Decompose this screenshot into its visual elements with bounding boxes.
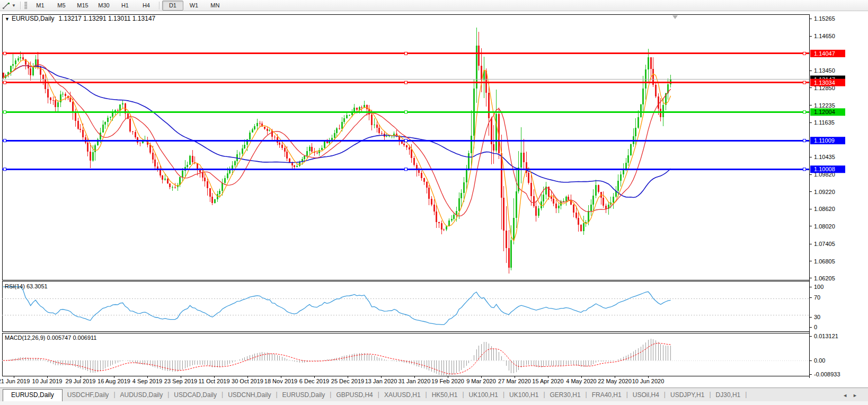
price-badge-label: 1.14047 — [814, 50, 835, 57]
date-axis-label: 13 Jan 2020 — [365, 378, 397, 384]
date-axis[interactable]: 21 Jun 201910 Jul 201929 Jul 201916 Aug … — [0, 376, 664, 384]
timeframe-button-m1[interactable]: M1 — [30, 1, 51, 11]
chart-tab-uk100-h1[interactable]: UK100,H1 — [464, 389, 503, 401]
crosshair-tool-icon — [2, 2, 10, 10]
tabs-scroll-right-icon[interactable]: ► — [853, 393, 863, 398]
date-axis-label: 6 Dec 2019 — [299, 378, 329, 384]
line-handle[interactable] — [405, 168, 408, 171]
chart-tab-eurusd-daily[interactable]: EURUSD,Daily — [3, 389, 63, 402]
rsi-axis-label: 100 — [814, 284, 823, 290]
line-handle[interactable] — [803, 139, 806, 142]
horizontal-line-1.14047[interactable] — [2, 52, 809, 55]
chart-tab-usoil-h4[interactable]: USOil,H4 — [628, 389, 664, 401]
price-axis-label: 1.06205 — [814, 275, 835, 281]
panel-frame — [3, 281, 810, 332]
rsi-axis-label: 30 — [814, 314, 820, 320]
date-axis-label: 9 Mar 2020 — [466, 378, 496, 384]
line-handle[interactable] — [405, 139, 408, 142]
candles — [3, 28, 672, 273]
chart-tab-usdchf-daily[interactable]: USDCHF,Daily — [63, 389, 114, 401]
chart-tab-gbpusd-h4[interactable]: GBPUSD,H4 — [331, 389, 377, 401]
line-handle[interactable] — [4, 111, 6, 113]
chart-tab-eurusd-daily[interactable]: EURUSD,Daily — [278, 389, 330, 401]
line-handle[interactable] — [803, 81, 806, 84]
price-axis-label: 1.10435 — [814, 154, 835, 160]
timeframe-button-h4[interactable]: H4 — [136, 1, 157, 11]
timeframe-button-w1[interactable]: W1 — [183, 1, 205, 11]
price-badge-label: 1.12004 — [814, 109, 835, 115]
date-axis-label: 18 Nov 2019 — [264, 378, 297, 384]
line-handle[interactable] — [405, 111, 408, 113]
chart-tab-audusd-daily[interactable]: AUDUSD,Daily — [116, 389, 168, 401]
rsi-axis-label: 0 — [814, 324, 817, 330]
date-axis-label: 31 Jan 2020 — [398, 378, 431, 384]
date-axis-label: 22 May 2020 — [598, 378, 632, 384]
date-axis-label: 16 Aug 2019 — [98, 378, 130, 384]
macd-axis: 0.0131210.00-0.008933 — [809, 333, 840, 377]
rsi-label: RSI(14) 63.3051 — [5, 283, 48, 289]
chart-symbol-period: EURUSD,Daily — [12, 15, 55, 22]
date-axis-label: 29 Jul 2019 — [66, 378, 96, 384]
status-strip — [0, 401, 868, 405]
timeframe-button-mn[interactable]: MN — [205, 1, 226, 11]
tabs-scroll-arrows: ◄► — [843, 393, 863, 398]
rsi-axis: 10070300 — [809, 284, 823, 330]
timeframe-button-m30[interactable]: M30 — [93, 1, 114, 11]
chart-tab-usdcad-daily[interactable]: USDCAD,Daily — [169, 389, 222, 401]
date-axis-label: 25 Dec 2019 — [331, 378, 364, 384]
chart-shift-marker-icon[interactable] — [672, 15, 678, 19]
price-axis-label: 1.08620 — [814, 206, 835, 212]
price-axis-label: 1.06805 — [814, 258, 835, 265]
timeframe-button-h1[interactable]: H1 — [114, 1, 136, 11]
timeframe-button-m5[interactable]: M5 — [51, 1, 72, 11]
line-handle[interactable] — [803, 111, 806, 113]
macd-label: MACD(12,26,9) 0.005747 0.006911 — [5, 334, 96, 341]
macd-axis-label: 0.00 — [814, 357, 825, 364]
timeframe-toolbar: ▼ M1M5M15M30H1H4D1W1MN — [0, 0, 868, 11]
line-handle[interactable] — [4, 139, 6, 142]
chart-canvas[interactable]: 1.152651.146501.134501.128501.122351.116… — [0, 11, 868, 388]
price-axis-label: 1.07405 — [814, 241, 835, 247]
horizontal-line-1.13034[interactable] — [2, 81, 809, 84]
collapse-arrow-icon[interactable]: ▼ — [5, 16, 10, 22]
toolbar-separator — [159, 2, 160, 10]
timeframe-button-d1[interactable]: D1 — [162, 1, 183, 11]
chart-tab-dj30-h1[interactable]: DJ30,H1 — [711, 389, 746, 401]
macd-histogram — [8, 339, 670, 375]
price-axis-label: 1.13450 — [814, 67, 835, 74]
line-handle[interactable] — [4, 168, 6, 171]
rsi-axis-label: 70 — [814, 294, 820, 301]
cursor-tool-button[interactable]: ▼ — [0, 2, 18, 10]
date-axis-label: 27 Mar 2020 — [498, 378, 531, 384]
chart-tab-uk100-h1[interactable]: UK100,H1 — [504, 389, 543, 401]
mt4-window: ▼ M1M5M15M30H1H4D1W1MN 1.152651.146501.1… — [0, 0, 868, 405]
chart-title: ▼EURUSD,Daily1.13217 1.13291 1.13011 1.1… — [5, 15, 155, 22]
chart-tab-fra40-h1[interactable]: FRA40,H1 — [587, 389, 626, 401]
tool-dropdown-arrow-icon[interactable]: ▼ — [12, 3, 16, 8]
price-axis-label: 1.08020 — [814, 223, 835, 230]
price-axis-label: 1.14650 — [814, 33, 835, 39]
date-axis-label: 15 Apr 2020 — [532, 378, 563, 384]
line-handle[interactable] — [405, 52, 408, 55]
price-axis-label: 1.15265 — [814, 15, 835, 22]
chart-tab-usdcnh-daily[interactable]: USDCNH,Daily — [223, 389, 276, 401]
chart-tab-xauusd-h1[interactable]: XAUUSD,H1 — [379, 389, 426, 401]
date-axis-label: 23 Sep 2019 — [164, 378, 197, 384]
horizontal-line-1.10008[interactable] — [2, 168, 809, 171]
line-handle[interactable] — [405, 81, 408, 84]
chart-tab-ger30-h1[interactable]: GER30,H1 — [545, 389, 586, 401]
rsi-line — [3, 287, 671, 324]
line-handle[interactable] — [803, 52, 806, 55]
line-handle[interactable] — [4, 81, 6, 84]
horizontal-line-1.12004[interactable] — [2, 111, 809, 113]
chart-tab-hk50-h1[interactable]: HK50,H1 — [427, 389, 463, 401]
line-handle[interactable] — [803, 168, 806, 171]
price-badge-label: 1.13034 — [814, 80, 835, 86]
horizontal-line-1.11009[interactable] — [2, 139, 809, 142]
timeframe-button-m15[interactable]: M15 — [72, 1, 93, 11]
line-handle[interactable] — [4, 52, 6, 55]
toolbar-grip[interactable] — [24, 2, 27, 9]
chart-window: 1.152651.146501.134501.128501.122351.116… — [0, 11, 868, 388]
chart-tab-usdjpy-h1[interactable]: USDJPY,H1 — [666, 389, 709, 401]
tabs-scroll-left-icon[interactable]: ◄ — [843, 393, 853, 398]
